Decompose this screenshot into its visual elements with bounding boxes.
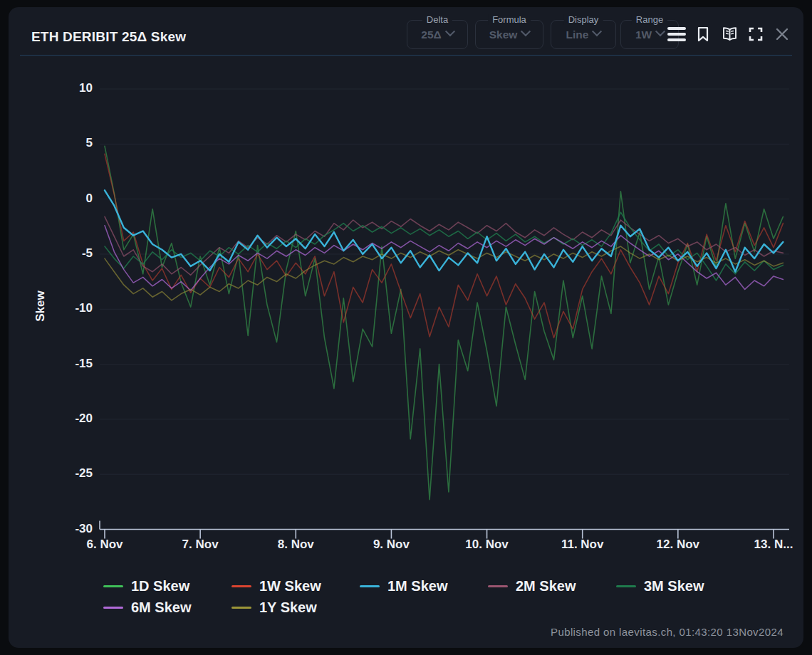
- legend-label: 2M Skew: [516, 578, 576, 594]
- y-tick-label: -10: [41, 301, 93, 315]
- legend-label: 1D Skew: [131, 578, 189, 594]
- legend-label: 1W Skew: [259, 578, 321, 594]
- x-tick-label: 13. N...: [727, 538, 812, 552]
- legend-item-1y-skew[interactable]: 1Y Skew: [231, 599, 331, 616]
- legend-item-1w-skew[interactable]: 1W Skew: [231, 578, 331, 594]
- y-tick-label: -25: [41, 466, 93, 481]
- y-tick-label: 0: [41, 192, 93, 206]
- x-tick-label: 8. Nov: [249, 538, 342, 552]
- published-note: Published on laevitas.ch, 01:43:20 13Nov…: [551, 626, 784, 638]
- legend-item-6m-skew[interactable]: 6M Skew: [103, 599, 203, 616]
- y-tick-label: -20: [41, 412, 93, 426]
- x-tick-label: 10. Nov: [441, 538, 533, 552]
- legend-item-1m-skew[interactable]: 1M Skew: [360, 578, 459, 594]
- x-tick-label: 12. Nov: [632, 538, 724, 552]
- legend-swatch: [231, 607, 251, 609]
- legend-swatch: [231, 585, 251, 587]
- y-tick-label: -5: [41, 246, 93, 261]
- app-background: ETH DERIBIT 25Δ Skew Delta 25Δ Formula S…: [0, 0, 812, 655]
- legend-swatch: [103, 585, 123, 587]
- legend-label: 1Y Skew: [259, 599, 317, 616]
- x-tick-label: 6. Nov: [58, 538, 151, 552]
- legend-swatch: [488, 585, 508, 587]
- x-tick-label: 9. Nov: [345, 538, 437, 552]
- legend-item-3m-skew[interactable]: 3M Skew: [616, 578, 716, 594]
- legend-swatch: [103, 607, 123, 609]
- legend-item-1d-skew[interactable]: 1D Skew: [103, 578, 203, 594]
- series-3m-skew: [105, 212, 783, 281]
- y-tick-label: -15: [41, 357, 93, 371]
- series-1w-skew: [105, 154, 783, 337]
- legend: 1D Skew1W Skew1M Skew2M Skew3M Skew6M Sk…: [103, 578, 730, 616]
- legend-label: 1M Skew: [387, 578, 447, 594]
- x-tick-label: 7. Nov: [154, 538, 246, 552]
- x-tick-label: 11. Nov: [536, 538, 629, 552]
- y-tick-label: -30: [41, 522, 93, 536]
- legend-item-2m-skew[interactable]: 2M Skew: [488, 578, 588, 594]
- legend-swatch: [360, 585, 380, 587]
- plot-area[interactable]: [0, 0, 812, 655]
- legend-label: 6M Skew: [131, 599, 191, 616]
- y-tick-label: 10: [41, 81, 93, 95]
- legend-swatch: [616, 585, 636, 587]
- y-tick-label: 5: [41, 136, 93, 150]
- legend-label: 3M Skew: [644, 578, 704, 594]
